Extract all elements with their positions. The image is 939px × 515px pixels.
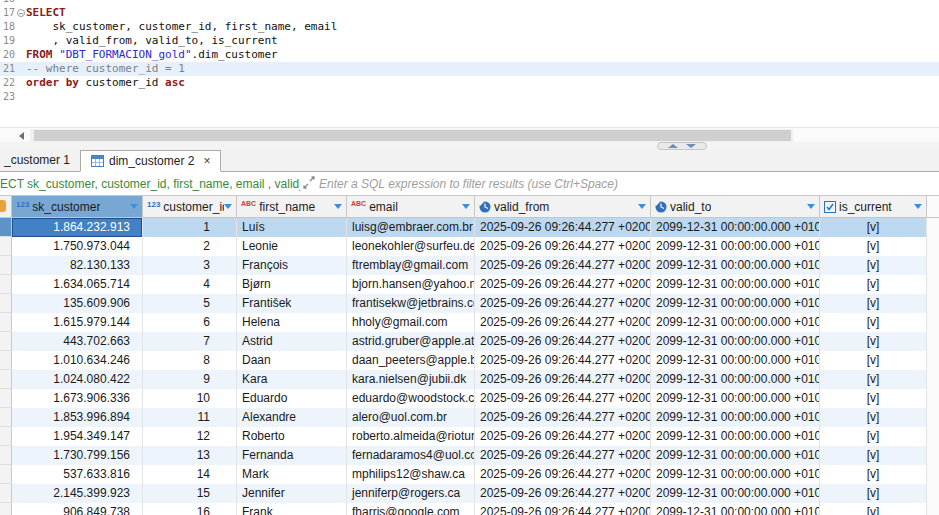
- cell-is_current[interactable]: [v]: [820, 313, 927, 332]
- cell-valid_from[interactable]: 2025-09-26 09:26:44.277 +0200: [475, 484, 651, 503]
- cell-sk_customer[interactable]: 1.853.996.894: [12, 408, 143, 427]
- cell-first_name[interactable]: Frank: [237, 503, 347, 515]
- table-row[interactable]: 1.634.065.7144Bjørnbjorn.hansen@yahoo.nc…: [0, 275, 939, 294]
- row-header-cell[interactable]: [0, 446, 12, 465]
- cell-customer_id[interactable]: 9: [143, 370, 237, 389]
- tab--customer-1[interactable]: _customer 1: [0, 149, 80, 171]
- scrollbar-thumb[interactable]: [34, 130, 791, 141]
- cell-valid_to[interactable]: 2099-12-31 00:00:00.000 +0100: [651, 218, 820, 237]
- table-row[interactable]: 1.750.973.0442Leonieleonekohler@surfeu.d…: [0, 237, 939, 256]
- cell-is_current[interactable]: [v]: [820, 237, 927, 256]
- table-row[interactable]: 1.853.996.89411Alexandrealero@uol.com.br…: [0, 408, 939, 427]
- cell-valid_from[interactable]: 2025-09-26 09:26:44.277 +0200: [475, 465, 651, 484]
- code-line[interactable]: 19 , valid_from, valid_to, is_current: [0, 34, 939, 48]
- cell-first_name[interactable]: Fernanda: [237, 446, 347, 465]
- cell-email[interactable]: luisg@embraer.com.br: [347, 218, 475, 237]
- row-header-cell[interactable]: [0, 389, 12, 408]
- cell-is_current[interactable]: [v]: [820, 465, 927, 484]
- cell-customer_id[interactable]: 8: [143, 351, 237, 370]
- cell-sk_customer[interactable]: 1.673.906.336: [12, 389, 143, 408]
- cell-customer_id[interactable]: 11: [143, 408, 237, 427]
- cell-sk_customer[interactable]: 906.849.738: [12, 503, 143, 515]
- cell-email[interactable]: alero@uol.com.br: [347, 408, 475, 427]
- table-row[interactable]: 1.730.799.15613Fernandafernadaramos4@uol…: [0, 446, 939, 465]
- cell-valid_from[interactable]: 2025-09-26 09:26:44.277 +0200: [475, 275, 651, 294]
- column-header-email[interactable]: ABCemail: [347, 196, 475, 218]
- table-row[interactable]: 82.130.1333Françoisftremblay@gmail.com20…: [0, 256, 939, 275]
- table-row[interactable]: 1.024.080.4229Karakara.nielsen@jubii.dk2…: [0, 370, 939, 389]
- cell-sk_customer[interactable]: 1.024.080.422: [12, 370, 143, 389]
- row-header-cell[interactable]: [0, 256, 12, 275]
- editor-horizontal-scrollbar[interactable]: [0, 127, 939, 142]
- cell-valid_from[interactable]: 2025-09-26 09:26:44.277 +0200: [475, 313, 651, 332]
- code-line[interactable]: 21-- where customer_id = 1: [0, 62, 939, 76]
- table-row[interactable]: 1.010.634.2468Daandaan_peeters@apple.be2…: [0, 351, 939, 370]
- column-header-valid_to[interactable]: valid_to: [651, 196, 820, 218]
- row-header-cell[interactable]: [0, 332, 12, 351]
- column-filter-arrow-icon[interactable]: [807, 204, 815, 209]
- cell-customer_id[interactable]: 7: [143, 332, 237, 351]
- column-filter-arrow-icon[interactable]: [224, 204, 232, 209]
- column-header-valid_from[interactable]: valid_from: [475, 196, 651, 218]
- cell-first_name[interactable]: Eduardo: [237, 389, 347, 408]
- cell-valid_to[interactable]: 2099-12-31 00:00:00.000 +0100: [651, 484, 820, 503]
- code-line[interactable]: 20FROM "DBT_FORMACION_gold".dim_customer: [0, 48, 939, 62]
- cell-email[interactable]: hholy@gmail.com: [347, 313, 475, 332]
- cell-valid_from[interactable]: 2025-09-26 09:26:44.277 +0200: [475, 503, 651, 515]
- row-header-cell[interactable]: [0, 294, 12, 313]
- row-header-cell[interactable]: [0, 465, 12, 484]
- cell-sk_customer[interactable]: 1.864.232.913: [12, 218, 143, 237]
- cell-valid_to[interactable]: 2099-12-31 00:00:00.000 +0100: [651, 408, 820, 427]
- row-header-cell[interactable]: [0, 427, 12, 446]
- column-filter-arrow-icon[interactable]: [334, 204, 342, 209]
- column-filter-arrow-icon[interactable]: [462, 204, 470, 209]
- cell-customer_id[interactable]: 16: [143, 503, 237, 515]
- cell-valid_from[interactable]: 2025-09-26 09:26:44.277 +0200: [475, 332, 651, 351]
- cell-first_name[interactable]: Kara: [237, 370, 347, 389]
- cell-valid_from[interactable]: 2025-09-26 09:26:44.277 +0200: [475, 256, 651, 275]
- code-line[interactable]: 22order by customer_id asc: [0, 76, 939, 90]
- cell-customer_id[interactable]: 15: [143, 484, 237, 503]
- code-line[interactable]: 17SELECT: [0, 6, 939, 20]
- cell-sk_customer[interactable]: 1.750.973.044: [12, 237, 143, 256]
- cell-email[interactable]: kara.nielsen@jubii.dk: [347, 370, 475, 389]
- sql-editor[interactable]: 1617SELECT18 sk_customer, customer_id, f…: [0, 0, 939, 127]
- cell-email[interactable]: fharris@google.com: [347, 503, 475, 515]
- cell-email[interactable]: fernadaramos4@uol.co: [347, 446, 475, 465]
- cell-valid_to[interactable]: 2099-12-31 00:00:00.000 +0100: [651, 427, 820, 446]
- cell-first_name[interactable]: Mark: [237, 465, 347, 484]
- cell-sk_customer[interactable]: 82.130.133: [12, 256, 143, 275]
- cell-valid_to[interactable]: 2099-12-31 00:00:00.000 +0100: [651, 275, 820, 294]
- cell-email[interactable]: leonekohler@surfeu.de: [347, 237, 475, 256]
- cell-first_name[interactable]: Alexandre: [237, 408, 347, 427]
- cell-is_current[interactable]: [v]: [820, 427, 927, 446]
- cell-sk_customer[interactable]: 1.615.979.144: [12, 313, 143, 332]
- column-header-is_current[interactable]: is_current: [820, 196, 927, 218]
- cell-is_current[interactable]: [v]: [820, 294, 927, 313]
- cell-is_current[interactable]: [v]: [820, 503, 927, 515]
- collapse-down-icon[interactable]: [686, 144, 696, 148]
- code-line[interactable]: 18 sk_customer, customer_id, first_name,…: [0, 20, 939, 34]
- cell-valid_to[interactable]: 2099-12-31 00:00:00.000 +0100: [651, 351, 820, 370]
- cell-first_name[interactable]: François: [237, 256, 347, 275]
- cell-customer_id[interactable]: 12: [143, 427, 237, 446]
- cell-sk_customer[interactable]: 2.145.399.923: [12, 484, 143, 503]
- cell-is_current[interactable]: [v]: [820, 446, 927, 465]
- row-header-cell[interactable]: [0, 484, 12, 503]
- cell-is_current[interactable]: [v]: [820, 484, 927, 503]
- cell-valid_from[interactable]: 2025-09-26 09:26:44.277 +0200: [475, 218, 651, 237]
- cell-valid_to[interactable]: 2099-12-31 00:00:00.000 +0100: [651, 237, 820, 256]
- row-header-cell[interactable]: [0, 237, 12, 256]
- column-filter-arrow-icon[interactable]: [130, 204, 138, 209]
- cell-valid_to[interactable]: 2099-12-31 00:00:00.000 +0100: [651, 313, 820, 332]
- cell-valid_from[interactable]: 2025-09-26 09:26:44.277 +0200: [475, 370, 651, 389]
- cell-customer_id[interactable]: 3: [143, 256, 237, 275]
- table-row[interactable]: 1.954.349.14712Robertoroberto.almeida@ri…: [0, 427, 939, 446]
- cell-sk_customer[interactable]: 1.954.349.147: [12, 427, 143, 446]
- cell-customer_id[interactable]: 2: [143, 237, 237, 256]
- cell-sk_customer[interactable]: 1.634.065.714: [12, 275, 143, 294]
- table-row[interactable]: 906.849.73816Frankfharris@google.com2025…: [0, 503, 939, 515]
- cell-first_name[interactable]: Helena: [237, 313, 347, 332]
- row-header-cell[interactable]: [0, 503, 12, 515]
- cell-customer_id[interactable]: 14: [143, 465, 237, 484]
